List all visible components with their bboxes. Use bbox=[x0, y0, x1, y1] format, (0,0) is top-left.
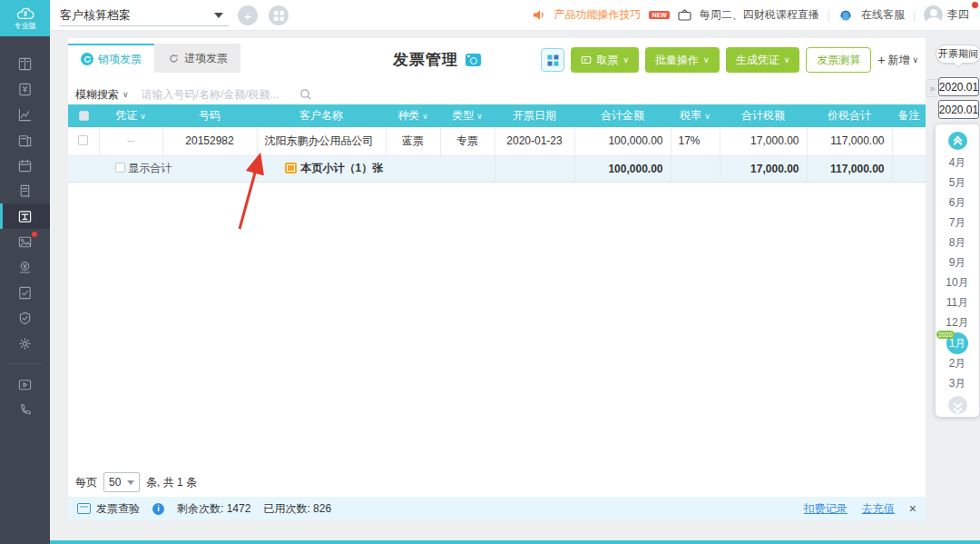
chevron-down-icon: ∨ bbox=[784, 55, 790, 64]
image-icon bbox=[17, 234, 33, 250]
apps-grid-button[interactable] bbox=[269, 5, 289, 25]
plus-icon: + bbox=[877, 53, 885, 67]
sidebar-item-ledger[interactable] bbox=[0, 51, 50, 76]
recharge-link[interactable]: 去充值 bbox=[862, 501, 895, 517]
books-icon bbox=[17, 133, 33, 148]
info-icon[interactable]: i bbox=[152, 503, 164, 515]
sidebar-item-audit[interactable] bbox=[0, 305, 50, 331]
scroll-down-button[interactable] bbox=[948, 396, 967, 414]
live-course-link[interactable]: 每周二、四财税课程直播 bbox=[700, 7, 819, 23]
period-from-box[interactable]: 2020.01 bbox=[938, 77, 979, 96]
cloud-logo-icon bbox=[15, 6, 35, 20]
cell-total: 117,000.00 bbox=[807, 127, 892, 155]
tips-link[interactable]: 产品功能操作技巧 bbox=[554, 7, 641, 23]
workspace-dropdown[interactable]: 客户核算档案 bbox=[60, 0, 229, 30]
scroll-up-button[interactable] bbox=[948, 132, 967, 150]
table-row[interactable]: -- 20152982 沈阳东鹏办公用品公司 蓝票 专票 2020-01-23 … bbox=[68, 127, 926, 155]
edition-label: 专业版 bbox=[15, 21, 36, 31]
tab-sales-invoice[interactable]: 销项发票 bbox=[68, 44, 154, 73]
search-icon[interactable] bbox=[299, 88, 312, 101]
gear-icon bbox=[17, 336, 33, 351]
fee-record-link[interactable]: 扣费记录 bbox=[804, 501, 848, 517]
live-tv-icon bbox=[678, 9, 691, 21]
sidebar-item-salary[interactable] bbox=[0, 254, 50, 280]
sidebar-item-calendar[interactable] bbox=[0, 153, 50, 178]
close-icon[interactable]: × bbox=[909, 501, 916, 516]
month-item[interactable]: 5月 bbox=[936, 173, 979, 193]
sidebar-item-account-books[interactable] bbox=[0, 127, 50, 153]
add-invoice-button[interactable]: +新增∨ bbox=[877, 53, 918, 68]
per-page-value: 50 bbox=[109, 476, 127, 489]
month-item[interactable]: 9月 bbox=[936, 252, 979, 272]
summary-row: 显示合计 本页小计（1）张 100,000.00 17,000.00 117,0… bbox=[68, 155, 926, 182]
sidebar-item-voucher[interactable] bbox=[0, 76, 50, 102]
invoice-check-label: 发票查验 bbox=[96, 501, 140, 517]
video-tutorial-icon[interactable] bbox=[466, 54, 481, 66]
select-all-cell bbox=[68, 104, 99, 127]
batch-operations-button[interactable]: 批量操作∨ bbox=[645, 47, 720, 73]
period-to-box[interactable]: 2020.01 bbox=[938, 100, 979, 119]
generate-voucher-button[interactable]: 生成凭证∨ bbox=[726, 47, 800, 73]
per-page-select[interactable]: 50 bbox=[103, 472, 140, 492]
col-kind[interactable]: 种类∨ bbox=[386, 104, 440, 127]
remaining-count: 剩余次数: 1472 bbox=[177, 501, 250, 517]
divider: | bbox=[913, 9, 916, 22]
month-item[interactable]: 2月 bbox=[936, 354, 979, 374]
button-label: 取票 bbox=[596, 53, 618, 68]
invoice-icon bbox=[17, 209, 33, 224]
row-checkbox[interactable] bbox=[78, 135, 88, 145]
tab-purchase-invoice[interactable]: 进项发票 bbox=[154, 44, 240, 73]
month-item[interactable]: 6月 bbox=[936, 193, 979, 213]
show-total-cell: 显示合计 bbox=[68, 155, 257, 182]
search-input[interactable] bbox=[142, 88, 287, 101]
user-menu[interactable]: 李四 bbox=[924, 5, 969, 25]
month-item[interactable]: 10月 bbox=[936, 273, 979, 293]
avatar bbox=[924, 5, 943, 25]
checkout-icon bbox=[17, 285, 33, 301]
sidebar-item-invoices[interactable] bbox=[0, 203, 50, 229]
username: 李四 bbox=[947, 7, 969, 23]
cell-type: 专票 bbox=[440, 127, 495, 155]
month-picker-panel: 4月 5月 6月 7月 8月 9月 10月 11月 12月 2020 1月 2月… bbox=[936, 124, 979, 417]
pagination: 每页 50 条, 共 1 条 bbox=[75, 472, 197, 492]
sidebar-item-settings[interactable] bbox=[0, 331, 50, 356]
month-item[interactable]: 4月 bbox=[936, 153, 979, 173]
add-account-button[interactable]: + bbox=[238, 5, 258, 25]
summary-empty bbox=[495, 155, 574, 182]
select-all-checkbox[interactable] bbox=[79, 111, 89, 121]
row-select-cell bbox=[68, 127, 99, 155]
col-amount: 合计金额 bbox=[574, 104, 671, 127]
shield-icon bbox=[17, 311, 33, 326]
month-item[interactable]: 8月 bbox=[936, 232, 979, 252]
sidebar-item-checkout[interactable] bbox=[0, 280, 50, 305]
col-number: 号码 bbox=[162, 104, 257, 127]
sidebar-item-assets[interactable] bbox=[0, 229, 50, 254]
sidebar-item-hotline[interactable] bbox=[0, 397, 50, 422]
sidebar-item-reports[interactable] bbox=[0, 102, 50, 127]
col-type[interactable]: 类型∨ bbox=[440, 104, 495, 127]
button-label: 新增 bbox=[887, 53, 909, 68]
col-tax: 合计税额 bbox=[720, 104, 807, 127]
show-total-checkbox[interactable] bbox=[115, 163, 125, 173]
col-voucher[interactable]: 凭证∨ bbox=[99, 104, 162, 127]
month-item[interactable]: 7月 bbox=[936, 213, 979, 232]
month-item-active[interactable]: 2020 1月 bbox=[936, 333, 979, 354]
chevron-down-icon: ∨ bbox=[912, 55, 918, 64]
sidebar-item-receipts[interactable] bbox=[0, 178, 50, 203]
fuzzy-search-dropdown[interactable]: 模糊搜索∨ bbox=[75, 87, 129, 103]
month-item[interactable]: 11月 bbox=[936, 293, 979, 313]
cell-tax: 17,000.00 bbox=[720, 127, 807, 155]
chevron-down-icon: ∨ bbox=[622, 55, 629, 64]
collapse-rail-button[interactable]: » bbox=[926, 79, 938, 97]
grid-view-button[interactable] bbox=[541, 48, 564, 72]
calendar-icon bbox=[17, 158, 33, 173]
invoice-measure-button[interactable]: 发票测算 bbox=[806, 47, 871, 73]
online-service-link[interactable]: 在线客服 bbox=[861, 7, 905, 23]
fetch-invoice-button[interactable]: 取票∨ bbox=[571, 47, 639, 73]
grid-icon bbox=[274, 11, 284, 21]
sidebar-item-tutorials[interactable] bbox=[0, 371, 50, 397]
chart-icon bbox=[17, 107, 33, 123]
month-item[interactable]: 3月 bbox=[936, 374, 979, 394]
col-rate[interactable]: 税率∨ bbox=[671, 104, 720, 127]
summary-amount: 100,000.00 bbox=[574, 155, 671, 182]
